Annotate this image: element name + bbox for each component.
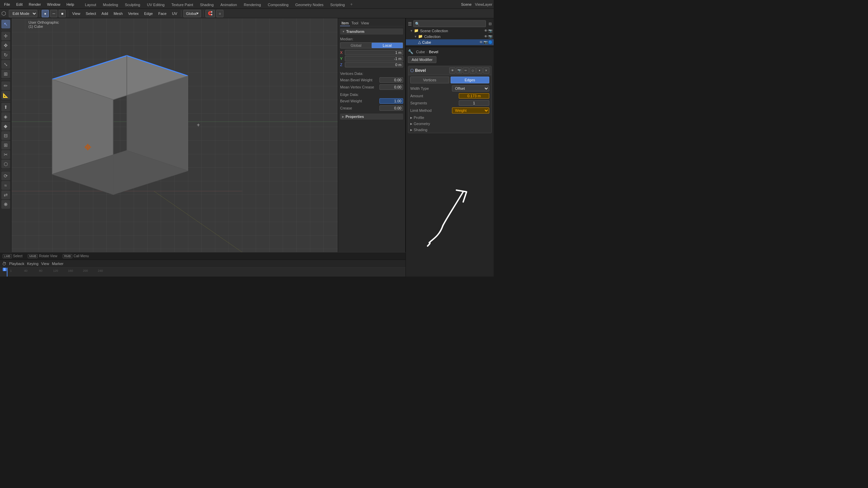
tool-scale[interactable]: ⤡ xyxy=(1,60,10,69)
menu-vertex[interactable]: Vertex xyxy=(126,11,141,16)
outliner-search[interactable] xyxy=(413,20,486,27)
rmb-icon: RMB xyxy=(63,254,72,258)
tool-edge-slide[interactable]: ⇄ xyxy=(1,190,10,199)
workspace-texture-paint[interactable]: Texture Paint xyxy=(168,1,196,7)
mesh-edges-btn[interactable]: ─ xyxy=(50,10,58,17)
mod-close-btn[interactable]: ✕ xyxy=(483,67,489,74)
segments-input[interactable] xyxy=(459,100,489,106)
mod-edit-btn[interactable]: ✏ xyxy=(463,67,469,74)
tool-bevel[interactable]: ◆ xyxy=(1,122,10,130)
tool-offset-edge[interactable]: ⊞ xyxy=(1,141,10,149)
proportional-btn[interactable]: ○ xyxy=(216,10,223,17)
tool-rotate[interactable]: ↻ xyxy=(1,50,10,59)
workspace-uv-editing[interactable]: UV Editing xyxy=(143,1,168,7)
workspace-sculpting[interactable]: Sculpting xyxy=(121,1,143,7)
tree-scene-collection[interactable]: ▼ 📁 Scene Collection 👁 📷 xyxy=(406,28,494,34)
select-label: Select xyxy=(13,254,23,258)
tab-tool[interactable]: Tool xyxy=(350,20,359,26)
mean-bevel-weight-row: Mean Bevel Weight 0.00 xyxy=(340,77,403,83)
menu-face[interactable]: Face xyxy=(156,11,169,16)
menu-view[interactable]: View xyxy=(70,11,82,16)
workspace-shading[interactable]: Shading xyxy=(197,1,217,7)
menu-window[interactable]: Window xyxy=(44,2,63,7)
menu-add[interactable]: Add xyxy=(99,11,110,16)
tool-inset[interactable]: ◈ xyxy=(1,112,10,121)
filter-icon[interactable]: ⊟ xyxy=(489,22,492,26)
global-selector[interactable]: Global ▾ xyxy=(183,10,201,17)
x-label: X xyxy=(340,50,345,55)
tool-shrink-fatten[interactable]: ❋ xyxy=(1,200,10,209)
workspace-geometry-nodes[interactable]: Geometry Nodes xyxy=(292,1,327,7)
playback-menu[interactable]: Playback xyxy=(9,262,24,266)
eye-icon: 👁 xyxy=(484,29,488,33)
tree-collection[interactable]: ▼ 📁 Collection 👁 📷 xyxy=(406,34,494,39)
width-type-dropdown[interactable]: Offset xyxy=(452,85,489,92)
mode-selector[interactable]: Edit Mode xyxy=(9,10,37,17)
workspace-compositing[interactable]: Compositing xyxy=(264,1,292,7)
mod-cage-btn[interactable]: ◇ xyxy=(470,67,476,74)
workspace-layout[interactable]: Layout xyxy=(82,1,100,7)
vertices-toggle[interactable]: Vertices xyxy=(410,77,449,83)
properties-section: ▶ Properties xyxy=(340,114,403,120)
menu-uv[interactable]: UV xyxy=(170,11,179,16)
segments-label: Segments xyxy=(410,101,459,105)
marker-menu[interactable]: Marker xyxy=(52,262,63,266)
menu-file[interactable]: File xyxy=(1,2,13,7)
add-modifier-btn[interactable]: Add Modifier xyxy=(408,56,436,63)
menu-edit[interactable]: Edit xyxy=(14,2,25,7)
toolbar-mode-icon[interactable]: ⬡ xyxy=(1,10,6,17)
tool-smooth[interactable]: ≈ xyxy=(1,181,10,190)
breadcrumb-cube[interactable]: Cube xyxy=(416,50,425,54)
add-workspace-btn[interactable]: + xyxy=(348,1,355,7)
menu-select[interactable]: Select xyxy=(84,11,98,16)
menu-mesh[interactable]: Mesh xyxy=(112,11,125,16)
tool-loop-cut[interactable]: ⊟ xyxy=(1,131,10,140)
tab-item[interactable]: Item xyxy=(340,20,350,26)
geometry-row[interactable]: ▶ Geometry xyxy=(408,121,491,127)
global-btn[interactable]: Global xyxy=(340,43,372,48)
tab-view[interactable]: View xyxy=(360,20,371,26)
vertices-data-section: Vertices Data: Mean Bevel Weight 0.00 Me… xyxy=(340,72,403,90)
timeline-view-menu[interactable]: View xyxy=(41,262,49,266)
tool-knife[interactable]: ✂ xyxy=(1,150,10,159)
mod-expand-btn[interactable]: ▾ xyxy=(476,67,482,74)
toolbar-row: ⬡ Edit Mode ● ─ ■ View Select Add Mesh V… xyxy=(0,9,494,18)
properties-header[interactable]: ▶ Properties xyxy=(340,114,403,120)
keying-menu[interactable]: Keying xyxy=(27,262,39,266)
frame-numbers: 1 40 80 120 160 200 240 xyxy=(3,269,108,272)
profile-row[interactable]: ▶ Profile xyxy=(408,115,491,121)
menu-help[interactable]: Help xyxy=(64,2,77,7)
amount-input[interactable] xyxy=(459,93,489,99)
z-label: Z xyxy=(340,63,345,67)
tool-cursor[interactable]: ✛ xyxy=(1,32,10,40)
mesh-vertices-btn[interactable]: ● xyxy=(42,10,49,17)
mod-realtime-btn[interactable]: 👁 xyxy=(449,67,455,74)
mesh-faces-btn[interactable]: ■ xyxy=(59,10,66,17)
tool-move[interactable]: ✥ xyxy=(1,41,10,50)
menu-render[interactable]: Render xyxy=(26,2,44,7)
mean-bevel-weight-val: 0.00 xyxy=(379,77,403,83)
mod-render-btn[interactable]: 📷 xyxy=(456,67,462,74)
workspace-animation[interactable]: Animation xyxy=(217,1,240,7)
tool-annotate[interactable]: ✏ xyxy=(1,81,10,90)
tool-spin[interactable]: ⟳ xyxy=(1,171,10,180)
tool-extrude[interactable]: ⬆ xyxy=(1,103,10,111)
local-btn[interactable]: Local xyxy=(372,43,403,48)
y-value[interactable] xyxy=(345,56,403,61)
tool-measure[interactable]: 📐 xyxy=(1,91,10,100)
limit-method-dropdown[interactable]: Weight xyxy=(452,107,489,114)
tool-poly-build[interactable]: ⬡ xyxy=(1,160,10,168)
snap-btn[interactable]: 🧲 xyxy=(205,10,215,17)
shading-row[interactable]: ▶ Shading xyxy=(408,127,491,133)
tree-cube[interactable]: △ Cube 👁 📷 🔵 xyxy=(406,39,494,45)
x-value[interactable] xyxy=(345,50,403,55)
tool-transform[interactable]: ⊞ xyxy=(1,69,10,78)
workspace-modeling[interactable]: Modeling xyxy=(100,1,122,7)
menu-edge[interactable]: Edge xyxy=(142,11,155,16)
edges-toggle[interactable]: Edges xyxy=(451,77,490,83)
tool-select[interactable]: ↖ xyxy=(1,20,10,28)
workspace-scripting[interactable]: Scripting xyxy=(327,1,348,7)
workspace-rendering[interactable]: Rendering xyxy=(240,1,264,7)
transform-header[interactable]: ▼ Transform xyxy=(340,28,403,35)
z-value[interactable] xyxy=(345,62,403,67)
